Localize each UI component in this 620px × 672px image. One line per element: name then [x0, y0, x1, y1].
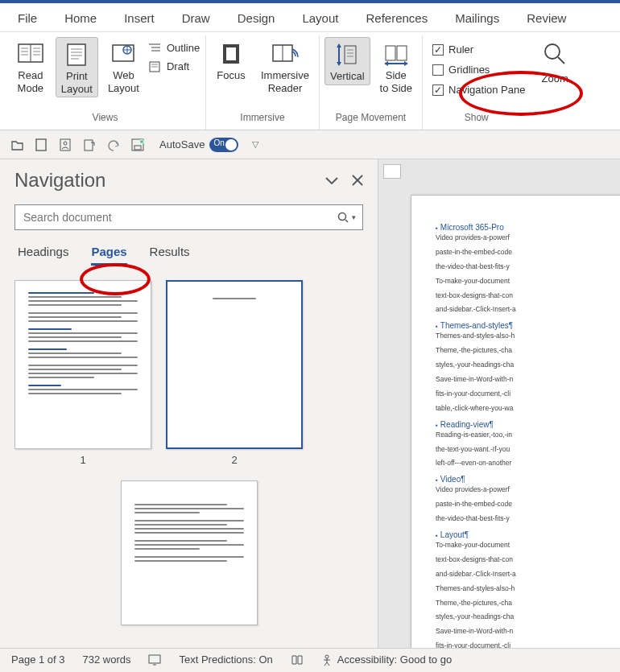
- read-mode-icon: [16, 40, 45, 68]
- book-icon: [291, 654, 304, 666]
- thumbnail-1-label: 1: [80, 454, 85, 466]
- svg-line-58: [327, 662, 329, 666]
- svg-point-43: [64, 142, 67, 145]
- document-page[interactable]: Microsoft 365-Pro Video provides-a-power…: [411, 195, 620, 648]
- search-dropdown-icon[interactable]: ▾: [352, 213, 356, 221]
- close-icon[interactable]: [352, 175, 363, 186]
- doc-text: Themes-and-styles-also-h: [436, 584, 620, 594]
- main-area: Navigation ▾ Headings Pages Results: [0, 159, 620, 648]
- draft-label: Draft: [167, 60, 189, 72]
- document-view[interactable]: Microsoft 365-Pro Video provides-a-power…: [378, 159, 620, 648]
- magnifier-icon: [543, 42, 567, 66]
- ruler-corner: [383, 164, 401, 179]
- navigation-title: Navigation: [14, 169, 105, 192]
- svg-point-54: [325, 655, 329, 658]
- navigation-pane-checkbox[interactable]: Navigation Pane: [432, 82, 525, 97]
- checkbox-icon: [432, 85, 444, 96]
- doc-heading: Microsoft 365-Pro: [436, 223, 620, 232]
- tab-mailings[interactable]: Mailings: [445, 8, 509, 28]
- export-icon[interactable]: [82, 138, 97, 152]
- read-mode-button[interactable]: Read Mode: [10, 37, 51, 96]
- ribbon-body: Read Mode Print Layout Web Layout Outlin…: [0, 32, 620, 130]
- doc-text: the-text-you-want.-If-you: [436, 445, 620, 455]
- tab-review[interactable]: Review: [517, 8, 576, 28]
- status-spelling[interactable]: [291, 654, 304, 666]
- group-views: Read Mode Print Layout Web Layout Outlin…: [5, 35, 206, 130]
- side-to-side-button[interactable]: Side to Side: [375, 37, 417, 96]
- svg-rect-8: [68, 44, 85, 65]
- search-icon[interactable]: [337, 212, 349, 223]
- tab-file[interactable]: File: [8, 8, 47, 28]
- doc-heading: Video¶: [436, 475, 620, 484]
- print-layout-button[interactable]: Print Layout: [56, 37, 98, 97]
- search-input[interactable]: [22, 210, 337, 225]
- autosave-toggle[interactable]: AutoSave On: [159, 138, 238, 152]
- chevron-down-icon[interactable]: [324, 175, 339, 185]
- show-group-label: Show: [465, 110, 489, 128]
- draft-button[interactable]: Draft: [149, 60, 200, 72]
- tab-home[interactable]: Home: [55, 8, 106, 28]
- doc-text: and-sidebar.-Click-Insert-a: [436, 570, 620, 579]
- group-page-movement: Vertical Side to Side Page Movement: [320, 35, 423, 130]
- status-words[interactable]: 732 words: [83, 653, 131, 666]
- tab-layout[interactable]: Layout: [292, 8, 348, 28]
- tab-pages[interactable]: Pages: [91, 245, 126, 266]
- vertical-button[interactable]: Vertical: [324, 37, 370, 85]
- status-display-settings[interactable]: [148, 654, 161, 666]
- doc-text: To-make-your-document: [436, 277, 620, 287]
- svg-marker-29: [337, 62, 341, 66]
- focus-button[interactable]: Focus: [211, 37, 251, 84]
- checkbox-icon: [432, 64, 444, 76]
- ruler-checkbox[interactable]: Ruler: [432, 42, 525, 57]
- gridlines-checkbox[interactable]: Gridlines: [432, 62, 525, 77]
- page-thumbnails: 1 2: [14, 280, 363, 625]
- print-layout-icon: [62, 41, 91, 68]
- status-accessibility[interactable]: Accessibility: Good to go: [321, 653, 452, 666]
- new-icon[interactable]: [34, 138, 48, 152]
- thumbnail-page-3[interactable]: [121, 480, 258, 625]
- immersive-group-label: Immersive: [240, 110, 284, 128]
- page-movement-group-label: Page Movement: [336, 110, 406, 128]
- contact-icon[interactable]: [58, 138, 72, 152]
- tab-insert[interactable]: Insert: [114, 8, 164, 28]
- web-layout-icon: [109, 40, 138, 68]
- zoom-button[interactable]: Zoom: [536, 39, 572, 88]
- outline-button[interactable]: Outline: [149, 42, 200, 54]
- focus-label: Focus: [217, 69, 245, 82]
- open-icon[interactable]: [10, 138, 24, 152]
- vertical-icon: [333, 41, 362, 68]
- doc-text: paste-in-the-embed-code: [436, 248, 620, 258]
- web-layout-button[interactable]: Web Layout: [103, 37, 144, 96]
- undo-icon[interactable]: [106, 138, 121, 152]
- doc-text: To-make-your-document: [436, 541, 620, 550]
- tab-headings[interactable]: Headings: [18, 245, 68, 266]
- svg-point-50: [339, 213, 346, 221]
- doc-text: fits-in-your-document,-cli: [436, 641, 620, 648]
- search-box[interactable]: ▾: [14, 204, 363, 230]
- web-layout-label: Web Layout: [108, 69, 139, 94]
- customize-qat-icon[interactable]: ▽: [248, 138, 262, 152]
- thumbnail-page-1[interactable]: [14, 280, 151, 449]
- display-icon: [148, 654, 161, 666]
- accessibility-icon: [321, 654, 333, 666]
- doc-text: left-off---even-on-another: [436, 459, 620, 468]
- doc-heading: Layout¶: [436, 530, 620, 539]
- autosave-label: AutoSave: [159, 138, 205, 150]
- svg-line-57: [324, 662, 327, 666]
- doc-text: the-video-that-best-fits-y: [436, 262, 620, 272]
- svg-point-39: [545, 44, 560, 59]
- tab-design[interactable]: Design: [228, 8, 285, 28]
- tab-results[interactable]: Results: [150, 245, 190, 266]
- status-page[interactable]: Page 1 of 3: [11, 653, 65, 666]
- status-text-predictions[interactable]: Text Predictions: On: [179, 653, 272, 666]
- ribbon-tab-strip: File Home Insert Draw Design Layout Refe…: [0, 3, 620, 32]
- save-icon[interactable]: [130, 138, 145, 152]
- svg-rect-30: [345, 46, 356, 64]
- immersive-reader-button[interactable]: Immersive Reader: [256, 37, 314, 96]
- doc-heading: Reading-view¶: [436, 420, 620, 429]
- svg-rect-41: [36, 139, 46, 150]
- tab-references[interactable]: References: [356, 8, 437, 28]
- thumbnail-page-2[interactable]: [166, 280, 303, 449]
- tab-draw[interactable]: Draw: [172, 8, 220, 28]
- views-group-label: Views: [93, 110, 118, 128]
